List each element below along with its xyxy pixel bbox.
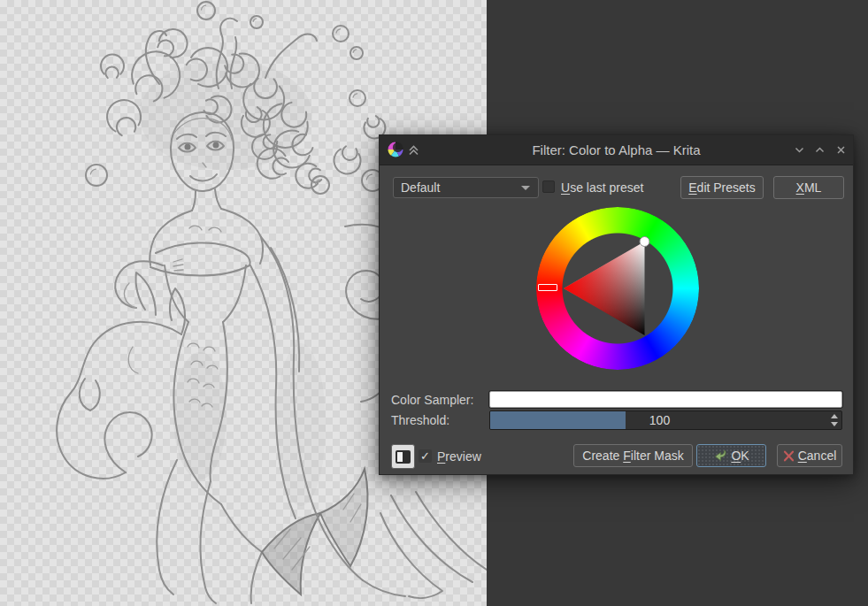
preview-checkbox[interactable]: ✓: [419, 449, 432, 463]
color-sampler-label: Color Sampler:: [391, 391, 473, 409]
preview-split-toggle-button[interactable]: [391, 444, 415, 469]
maximize-button[interactable]: [814, 144, 826, 156]
minimize-button[interactable]: [794, 144, 805, 156]
threshold-spinner: [828, 412, 841, 428]
use-last-preset-checkbox[interactable]: [542, 180, 555, 193]
threshold-slider[interactable]: 100: [489, 410, 842, 430]
cancel-button[interactable]: Cancel: [777, 444, 842, 467]
preview-label[interactable]: Preview: [437, 444, 481, 469]
xml-button[interactable]: XML: [773, 176, 844, 199]
check-icon: ✓: [420, 449, 430, 463]
preset-dropdown-value: Default: [401, 180, 440, 195]
dialog-titlebar[interactable]: Filter: Color to Alpha — Krita: [380, 135, 853, 165]
spin-down-icon[interactable]: [831, 422, 838, 426]
color-sampler-swatch[interactable]: [489, 391, 842, 408]
green-arrow-icon: [713, 449, 727, 462]
close-icon[interactable]: [835, 144, 847, 156]
chevron-double-up-icon[interactable]: [407, 143, 420, 157]
body: [150, 189, 263, 322]
use-last-preset-label[interactable]: Use last preset: [561, 176, 643, 199]
preset-dropdown[interactable]: Default: [393, 177, 539, 198]
split-preview-icon: [396, 450, 411, 464]
ok-button[interactable]: OK: [696, 444, 766, 467]
krita-app-icon: [388, 142, 403, 157]
chevron-down-icon: [521, 186, 530, 190]
water-swirls-left: [57, 261, 185, 479]
threshold-fill: [490, 411, 626, 429]
saturation-value-triangle[interactable]: [536, 207, 699, 370]
edit-presets-button[interactable]: Edit Presets: [680, 176, 764, 199]
color-wheel: [536, 207, 699, 370]
color-selector-handle[interactable]: [640, 237, 649, 247]
krita-window: { "window": { "title": "Filter: Color to…: [0, 0, 868, 606]
create-filter-mask-button[interactable]: Create Filter Mask: [573, 444, 693, 467]
spin-up-icon[interactable]: [831, 414, 838, 418]
color-to-alpha-dialog: Filter: Color to Alpha — Krita Default U…: [379, 134, 854, 475]
threshold-label: Threshold:: [391, 410, 449, 430]
dialog-title: Filter: Color to Alpha — Krita: [380, 135, 853, 165]
red-x-icon: [783, 450, 795, 462]
